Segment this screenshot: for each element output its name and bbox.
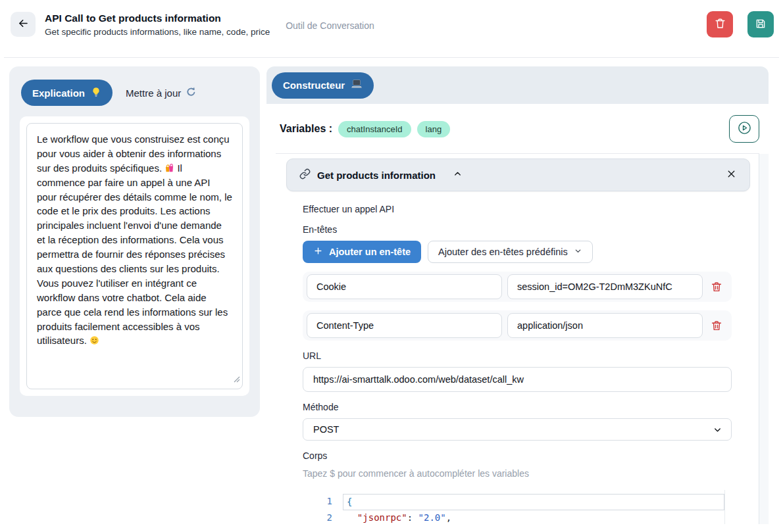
- block-content: Effectuer un appel API En-têtes Ajouter …: [303, 204, 732, 524]
- line-number: 2: [303, 510, 332, 524]
- variables-row: Variables : chatInstanceIdlang: [280, 112, 759, 153]
- code-line-content[interactable]: "jsonrpc": "2.0",: [343, 510, 724, 524]
- add-header-button[interactable]: Ajouter un en-tête: [303, 241, 421, 263]
- delete-header-button[interactable]: [708, 320, 725, 331]
- title-block: API Call to Get products information Get…: [45, 12, 270, 37]
- headers-list: [303, 272, 732, 341]
- remove-block-button[interactable]: [726, 168, 737, 181]
- header-row: [303, 272, 732, 302]
- constructeur-panel: Constructeur Variables : chatInstanceIdl…: [266, 66, 769, 524]
- line-number: 1: [303, 494, 332, 510]
- add-header-button-label: Ajouter un en-tête: [329, 247, 411, 257]
- code-line: 1{: [303, 494, 724, 510]
- variable-chip[interactable]: lang: [417, 121, 451, 137]
- page-title: API Call to Get products information: [45, 12, 270, 24]
- trash-icon: [714, 17, 726, 32]
- url-label: URL: [303, 351, 732, 361]
- editor-scrollbar[interactable]: [724, 490, 732, 524]
- update-link-label: Mettre à jour: [126, 87, 181, 99]
- method-selected-value: POST: [313, 424, 339, 435]
- tab-constructeur[interactable]: Constructeur: [272, 72, 374, 99]
- code-line: 2 "jsonrpc": "2.0",: [303, 510, 724, 524]
- panel-scrollbar-track[interactable]: [759, 154, 769, 524]
- header-name-input[interactable]: [307, 274, 502, 299]
- explanation-text: Le workflow que vous construisez est con…: [37, 133, 232, 346]
- explication-panel-header: Explication Mettre à jour: [9, 66, 260, 116]
- play-circle-icon: [737, 120, 752, 137]
- explanation-card: Le workflow que vous construisez est con…: [20, 116, 249, 396]
- close-icon: [726, 168, 737, 181]
- variable-chip[interactable]: chatInstanceId: [338, 121, 411, 137]
- code-line-content[interactable]: {: [343, 494, 724, 510]
- header-name-input[interactable]: [307, 313, 502, 338]
- tab-constructeur-label: Constructeur: [283, 80, 345, 91]
- variables-list: chatInstanceIdlang: [338, 121, 450, 137]
- variables-label: Variables :: [280, 123, 332, 135]
- chevron-up-icon: [453, 169, 463, 181]
- delete-header-button[interactable]: [708, 281, 725, 293]
- method-label: Méthode: [303, 402, 732, 412]
- headers-buttons-row: Ajouter un en-tête Ajouter des en-têtes …: [303, 241, 732, 263]
- constructeur-body: Variables : chatInstanceIdlang Get produ…: [266, 104, 769, 524]
- top-header: API Call to Get products information Get…: [11, 5, 774, 43]
- chevron-down-icon: [574, 247, 582, 257]
- block-description: Effectuer un appel API: [303, 204, 732, 214]
- refresh-icon: [186, 86, 197, 99]
- block-title: Get products information: [317, 170, 436, 181]
- save-icon: [755, 18, 767, 32]
- method-select[interactable]: POST: [303, 418, 732, 441]
- run-workflow-button[interactable]: [729, 115, 759, 143]
- explication-panel: Explication Mettre à jour Le workflow qu…: [9, 66, 260, 417]
- url-input[interactable]: [303, 367, 732, 392]
- update-link[interactable]: Mettre à jour: [126, 86, 197, 99]
- header-row: [303, 310, 732, 341]
- explanation-textarea[interactable]: Le workflow que vous construisez est con…: [26, 123, 243, 389]
- laptop-icon: [351, 78, 363, 92]
- body-hint: Tapez $ pour commencer à autocompléter l…: [303, 468, 732, 479]
- variables-divider: [276, 153, 759, 154]
- body-label: Corps: [303, 450, 732, 461]
- constructeur-panel-header: Constructeur: [266, 66, 769, 104]
- headers-label: En-têtes: [303, 224, 732, 235]
- add-predefined-headers-button[interactable]: Ajouter des en-têtes prédéfinis: [428, 241, 593, 263]
- tab-explication[interactable]: Explication: [21, 80, 113, 106]
- page-subtitle: Get specific products informations, like…: [45, 27, 270, 37]
- tab-explication-label: Explication: [32, 87, 85, 99]
- header-value-input[interactable]: [507, 313, 703, 338]
- lightbulb-icon: [91, 87, 101, 99]
- back-button[interactable]: [11, 12, 36, 37]
- delete-tool-button[interactable]: [707, 11, 733, 37]
- link-icon: [299, 168, 311, 181]
- plus-icon: [313, 246, 323, 258]
- main-layout: Explication Mettre à jour Le workflow qu…: [0, 58, 783, 524]
- context-label: Outil de Conversation: [286, 18, 374, 31]
- header-value-input[interactable]: [507, 274, 703, 299]
- block-accordion-header[interactable]: Get products information: [286, 158, 750, 191]
- collapse-button[interactable]: [453, 169, 463, 181]
- body-code-editor[interactable]: 1{2 "jsonrpc": "2.0",3 "method": "call",…: [303, 490, 732, 524]
- arrow-left-icon: [17, 17, 30, 32]
- resize-handle[interactable]: [234, 372, 240, 387]
- add-predefined-headers-label: Ajouter des en-têtes prédéfinis: [438, 247, 568, 257]
- save-tool-button[interactable]: [747, 11, 774, 37]
